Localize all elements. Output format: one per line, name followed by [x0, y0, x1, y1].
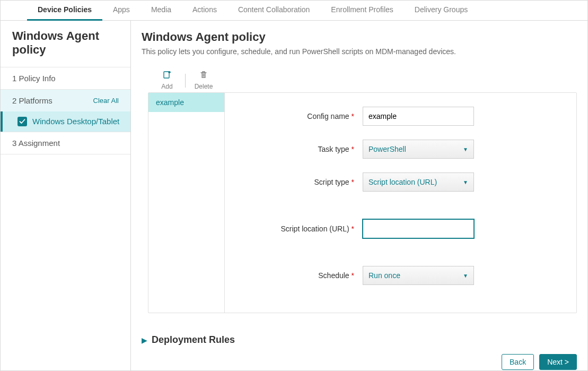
delete-button[interactable]: Delete: [188, 71, 220, 90]
platform-windows-desktop-tablet[interactable]: Windows Desktop/Tablet: [1, 111, 130, 132]
footer-buttons: Back Next >: [142, 354, 577, 370]
trash-icon: [199, 71, 208, 81]
task-type-label: Task type *: [235, 145, 363, 153]
schedule-value: Run once: [368, 271, 400, 280]
task-type-value: PowerShell: [368, 145, 406, 153]
delete-label: Delete: [195, 83, 213, 90]
sidebar: Windows Agent policy 1 Policy Info 2 Pla…: [1, 21, 131, 371]
config-panel: example Config name * Task type * PowerS: [148, 92, 577, 313]
deployment-rules-toggle[interactable]: ▶ Deployment Rules: [142, 334, 577, 346]
config-list: example: [148, 93, 225, 313]
back-button[interactable]: Back: [502, 354, 534, 370]
step-platforms[interactable]: 2 Platforms Clear All: [1, 89, 130, 111]
script-type-value: Script location (URL): [368, 178, 437, 186]
chevron-down-icon: ▼: [463, 146, 468, 152]
step-assignment[interactable]: 3 Assignment: [1, 132, 130, 154]
chevron-down-icon: ▼: [463, 179, 468, 185]
next-button[interactable]: Next >: [539, 354, 577, 370]
script-url-label: Script location (URL) *: [235, 225, 363, 233]
main-content: Windows Agent policy This policy lets yo…: [131, 21, 587, 371]
config-toolbar: Add Delete: [151, 71, 577, 90]
step-label: 2 Platforms: [12, 96, 52, 105]
script-url-input[interactable]: [363, 219, 474, 238]
platform-label: Windows Desktop/Tablet: [32, 117, 119, 126]
deployment-rules-title: Deployment Rules: [152, 334, 235, 346]
sidebar-title: Windows Agent policy: [1, 21, 130, 67]
nav-device-policies[interactable]: Device Policies: [27, 1, 102, 21]
script-type-label: Script type *: [235, 178, 363, 186]
add-button[interactable]: Add: [151, 71, 183, 90]
toolbar-divider: [185, 74, 186, 88]
page-description: This policy lets you configure, schedule…: [142, 47, 577, 56]
checkbox-checked-icon[interactable]: [17, 117, 27, 126]
task-type-select[interactable]: PowerShell ▼: [363, 140, 474, 159]
config-form: Config name * Task type * PowerShell ▼: [225, 93, 576, 313]
clear-all-link[interactable]: Clear All: [93, 97, 119, 105]
schedule-select[interactable]: Run once ▼: [363, 266, 474, 285]
chevron-down-icon: ▼: [463, 273, 468, 279]
step-policy-info[interactable]: 1 Policy Info: [1, 67, 130, 89]
add-icon: [163, 71, 171, 81]
config-name-input[interactable]: [363, 107, 474, 126]
nav-actions[interactable]: Actions: [182, 1, 227, 21]
svg-rect-0: [164, 72, 169, 78]
step-label: 1 Policy Info: [12, 74, 56, 83]
step-label: 3 Assignment: [12, 139, 60, 148]
top-nav: Device Policies Apps Media Actions Conte…: [1, 1, 587, 21]
config-name-label: Config name *: [235, 112, 363, 120]
nav-delivery-groups[interactable]: Delivery Groups: [404, 1, 478, 21]
nav-enrollment-profiles[interactable]: Enrollment Profiles: [320, 1, 404, 21]
page-title: Windows Agent policy: [142, 30, 577, 44]
schedule-label: Schedule *: [235, 271, 363, 280]
caret-right-icon: ▶: [142, 336, 147, 344]
config-list-item[interactable]: example: [148, 93, 224, 112]
nav-media[interactable]: Media: [141, 1, 182, 21]
script-type-select[interactable]: Script location (URL) ▼: [363, 172, 474, 192]
nav-apps[interactable]: Apps: [102, 1, 141, 21]
add-label: Add: [161, 83, 172, 90]
nav-content-collaboration[interactable]: Content Collaboration: [227, 1, 320, 21]
